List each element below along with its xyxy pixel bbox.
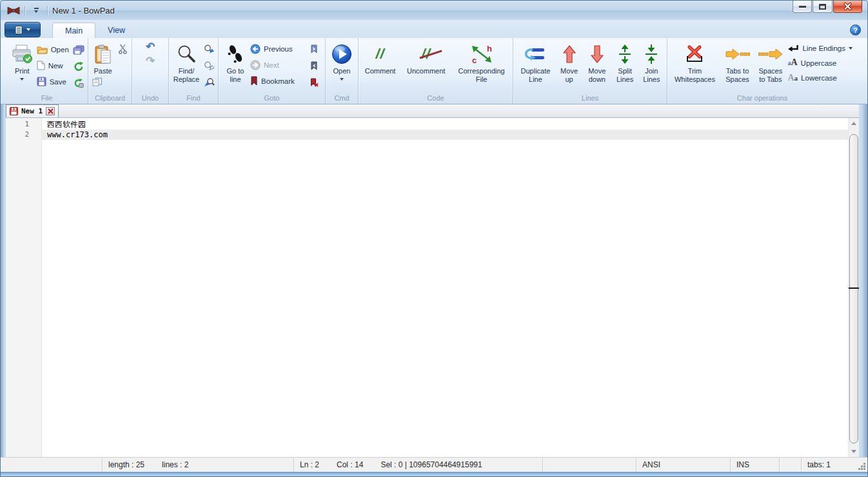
maximize-icon — [819, 4, 826, 10]
reload-save-button[interactable] — [72, 75, 86, 92]
reload-save-icon — [74, 78, 84, 88]
titlebar[interactable]: New 1 - BowPad — [1, 1, 867, 20]
move-up-label: Moveup — [560, 67, 578, 84]
corresponding-file-button[interactable]: h c CorrespondingFile — [452, 40, 511, 93]
tab-view[interactable]: View — [95, 23, 137, 38]
scroll-down-button[interactable] — [849, 446, 859, 457]
editor[interactable]: 1 2 西西软件园 www.cr173.com — [6, 118, 859, 457]
print-button[interactable]: Print — [8, 40, 37, 93]
next-button[interactable]: Next — [250, 57, 307, 73]
new-button[interactable]: New — [37, 57, 72, 73]
ribbon-group-cmd: Open Cmd — [326, 38, 359, 104]
vertical-scrollbar[interactable] — [848, 118, 859, 457]
ribbon-group-lines: DuplicateLine Moveup — [513, 38, 667, 104]
line-number: 2 — [6, 130, 41, 140]
app-icon[interactable] — [7, 6, 20, 15]
open-button[interactable]: Open — [37, 41, 72, 57]
tabs-to-spaces-button[interactable]: Tabs toSpaces — [722, 40, 753, 93]
run-open-button[interactable]: Open — [328, 40, 356, 93]
scroll-up-icon — [851, 122, 856, 125]
text-area[interactable]: 西西软件园 www.cr173.com — [42, 118, 848, 457]
duplicate-line-button[interactable]: DuplicateLine — [515, 40, 556, 93]
spaces-to-tabs-button[interactable]: Spacesto Tabs — [755, 40, 786, 93]
spaces-to-tabs-icon — [758, 41, 783, 67]
status-insert-mode[interactable]: INS — [731, 458, 780, 472]
bookmark-clear-button[interactable] — [307, 74, 321, 91]
find-next-button[interactable] — [202, 41, 216, 57]
ribbon-group-goto: Go toline Previous — [219, 38, 326, 104]
help-button[interactable]: ? — [850, 24, 861, 35]
comment-button[interactable]: // Comment — [360, 40, 400, 93]
application-menu-button[interactable] — [5, 22, 41, 37]
save-button[interactable]: Save — [37, 73, 72, 90]
scroll-up-button[interactable] — [849, 118, 859, 129]
find-prev-button[interactable] — [202, 57, 216, 74]
split-lines-button[interactable]: SplitLines — [611, 40, 638, 93]
find-replace-button[interactable]: Find/Replace — [171, 40, 202, 93]
window-controls — [793, 1, 862, 13]
close-button[interactable] — [833, 1, 862, 13]
move-down-button[interactable]: Movedown — [582, 40, 611, 93]
code-line[interactable]: 西西软件园 — [42, 119, 848, 130]
document-tab[interactable]: New 1 — [6, 104, 59, 117]
find-selection-button[interactable] — [202, 74, 216, 91]
print-label: Print — [15, 67, 30, 75]
redo-button[interactable]: ↷ — [146, 55, 155, 68]
maximize-button[interactable] — [813, 1, 833, 13]
tab-main[interactable]: Main — [52, 23, 95, 38]
cut-button[interactable] — [115, 41, 130, 57]
ribbon-group-charops: TrimWhitespaces Tabs toSpaces — [667, 38, 857, 104]
group-label-undo: Undo — [132, 93, 168, 104]
ribbon-group-code: // Comment // Uncomment h c — [359, 38, 513, 104]
window-frame-bottom — [1, 472, 867, 476]
line-endings-button[interactable]: Line Endings — [787, 41, 855, 55]
bookmark-next-button[interactable] — [307, 41, 321, 57]
open-icon — [37, 45, 48, 54]
group-label-clipboard: Clipboard — [88, 93, 132, 104]
redo-icon: ↷ — [146, 55, 155, 67]
status-tabs[interactable]: tabs: 1 — [802, 458, 867, 472]
copy-icon — [92, 77, 103, 86]
line-number: 1 — [6, 119, 41, 130]
uppercase-button[interactable]: aA Uppercase — [787, 55, 855, 70]
line-endings-label: Line Endings — [802, 44, 845, 52]
duplicate-line-icon — [525, 41, 546, 67]
bookmark-prev-button[interactable] — [307, 57, 321, 74]
svg-text:c: c — [472, 55, 477, 64]
quick-access-dropdown[interactable] — [30, 5, 43, 16]
paste-button[interactable]: Paste — [90, 40, 115, 75]
save-all-button[interactable] — [72, 41, 86, 58]
scrollbar-thumb[interactable] — [849, 134, 858, 443]
find-prev-icon — [204, 61, 215, 71]
join-lines-button[interactable]: JoinLines — [638, 40, 665, 93]
ribbon-group-file: Print Open — [6, 38, 88, 104]
modified-icon — [10, 107, 18, 115]
ribbon: Print Open — [1, 38, 867, 104]
move-down-icon — [591, 41, 604, 67]
save-all-icon — [73, 45, 84, 55]
minimize-button[interactable] — [793, 1, 812, 13]
previous-button[interactable]: Previous — [250, 41, 307, 57]
status-encoding[interactable]: ANSI — [636, 458, 731, 472]
new-icon — [37, 61, 45, 70]
app-menu-icon — [15, 26, 23, 34]
status-lines: lines : 2 — [162, 460, 188, 469]
trim-whitespaces-button[interactable]: TrimWhitespaces — [669, 40, 720, 93]
resize-grip[interactable] — [863, 468, 865, 470]
goto-line-button[interactable]: Go toline — [221, 40, 250, 93]
bookmark-button[interactable]: Bookmark — [250, 73, 307, 89]
group-label-find: Find — [169, 93, 218, 104]
undo-button[interactable]: ↶ — [146, 41, 155, 54]
tabs-to-spaces-icon — [725, 41, 750, 67]
chevron-down-icon — [34, 10, 38, 13]
status-cell-empty — [1, 458, 103, 472]
reload-button[interactable] — [72, 58, 86, 75]
document-tab-bar: New 1 — [6, 104, 859, 118]
code-line-current[interactable]: www.cr173.com — [42, 130, 848, 140]
close-tab-button[interactable] — [46, 107, 55, 115]
move-up-button[interactable]: Moveup — [556, 40, 582, 93]
find-replace-label: Find/Replace — [173, 67, 199, 84]
copy-button[interactable] — [90, 75, 104, 88]
uncomment-button[interactable]: // Uncomment — [402, 40, 449, 93]
lowercase-button[interactable]: Aa Lowercase — [787, 70, 855, 85]
